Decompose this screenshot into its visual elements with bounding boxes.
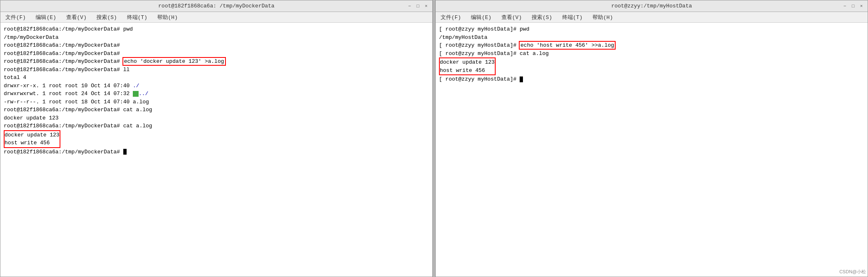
right-menu-view[interactable]: 查看(V) — [500, 13, 523, 22]
left-menu-search[interactable]: 搜索(S) — [95, 13, 118, 22]
right-line-2: /tmp/myHostData — [439, 33, 864, 42]
right-minimize-button[interactable]: − — [842, 3, 848, 9]
left-prompt-final: root@182f1868ca6a:/tmp/myDockerData# — [4, 148, 429, 156]
right-line-1: [ root@zzyy myHostData]# pwd — [439, 25, 864, 33]
left-menu-file[interactable]: 文件(F) — [4, 13, 27, 22]
left-line-dir1: drwxr-xr-x. 1 root root 10 Oct 14 07:40 … — [4, 82, 429, 90]
right-terminal-body[interactable]: [ root@zzyy myHostData]# pwd /tmp/myHost… — [436, 23, 868, 277]
green-dot-icon — [133, 91, 139, 97]
left-menu-edit[interactable]: 编辑(E) — [34, 13, 58, 22]
left-terminal: root@182f1868ca6a: /tmp/myDockerData − □… — [0, 0, 433, 277]
right-menu-terminal[interactable]: 终端(T) — [561, 13, 584, 22]
right-cat-line1: docker update 123 — [440, 58, 495, 67]
left-cat1-cmd: root@182f1868ca6a:/tmp/myDockerData# cat… — [4, 106, 429, 114]
left-line-ll: root@182f1868ca6a:/tmp/myDockerData# ll — [4, 66, 429, 74]
right-menu-file[interactable]: 文件(F) — [439, 13, 463, 22]
right-echo-prefix: [ root@zzyy myHostData]# — [439, 42, 520, 48]
right-echo-command: echo 'host write 456' >>a.log — [520, 42, 615, 49]
right-menu-bar: 文件(F) 编辑(E) 查看(V) 搜索(S) 终端(T) 帮助(H) — [436, 12, 868, 23]
right-cat-output-box: docker update 123 host write 456 — [439, 57, 496, 75]
right-title-bar: root@zzyy:/tmp/myHostData − □ × — [436, 0, 868, 12]
left-window-controls[interactable]: − □ × — [407, 3, 429, 9]
left-cat2-output-box: docker update 123 host write 456 — [4, 130, 60, 148]
left-line-1: root@182f1868ca6a:/tmp/myDockerData# pwd — [4, 25, 429, 33]
left-terminal-body[interactable]: root@182f1868ca6a:/tmp/myDockerData# pwd… — [0, 23, 432, 277]
right-maximize-button[interactable]: □ — [850, 3, 856, 9]
left-cat2-cmd: root@182f1868ca6a:/tmp/myDockerData# cat… — [4, 122, 429, 130]
left-menu-view[interactable]: 查看(V) — [65, 13, 88, 22]
right-cursor — [520, 76, 523, 82]
left-line-2: /tmp/myDockerData — [4, 33, 429, 42]
right-close-button[interactable]: × — [858, 3, 864, 9]
left-line-3: root@182f1868ca6a:/tmp/myDockerData# — [4, 41, 429, 50]
left-line-4: root@182f1868ca6a:/tmp/myDockerData# — [4, 50, 429, 58]
watermark: CSDN@小松 — [839, 268, 866, 275]
left-menu-help[interactable]: 帮助(H) — [156, 13, 179, 22]
left-echo-line: root@182f1868ca6a:/tmp/myDockerData# ech… — [4, 57, 429, 66]
right-menu-search[interactable]: 搜索(S) — [530, 13, 554, 22]
left-line-dir2: drwxrwxrwt. 1 root root 24 Oct 14 07:32 … — [4, 90, 429, 98]
right-menu-edit[interactable]: 编辑(E) — [469, 13, 493, 22]
right-menu-help[interactable]: 帮助(H) — [591, 13, 614, 22]
left-close-button[interactable]: × — [423, 3, 429, 9]
right-cat-cmd: [ root@zzyy myHostData]# cat a.log — [439, 50, 864, 58]
left-menu-bar: 文件(F) 编辑(E) 查看(V) 搜索(S) 终端(T) 帮助(H) — [0, 12, 432, 23]
left-cat2-line1: docker update 123 — [5, 131, 60, 139]
left-cat2-line2: host write 456 — [5, 139, 60, 147]
left-line-total: total 4 — [4, 74, 429, 82]
left-cursor — [123, 149, 127, 155]
left-echo-prefix: root@182f1868ca6a:/tmp/myDockerData# — [4, 58, 123, 64]
left-cat1-out: docker update 123 — [4, 114, 429, 122]
right-echo-line: [ root@zzyy myHostData]# echo 'host writ… — [439, 41, 864, 50]
left-minimize-button[interactable]: − — [407, 3, 412, 9]
left-menu-terminal[interactable]: 终端(T) — [125, 13, 149, 22]
right-terminal: root@zzyy:/tmp/myHostData − □ × 文件(F) 编辑… — [435, 0, 868, 277]
left-title: root@182f1868ca6a: /tmp/myDockerData — [158, 3, 275, 9]
left-line-alog: -rw-r--r--. 1 root root 18 Oct 14 07:40 … — [4, 98, 429, 106]
left-maximize-button[interactable]: □ — [415, 3, 421, 9]
right-prompt-final: [ root@zzyy myHostData]# — [439, 75, 864, 84]
left-echo-command: echo 'docker update 123' >a.log — [123, 58, 225, 65]
right-window-controls[interactable]: − □ × — [842, 3, 864, 9]
left-title-bar: root@182f1868ca6a: /tmp/myDockerData − □… — [0, 0, 432, 12]
right-title: root@zzyy:/tmp/myHostData — [611, 3, 692, 9]
right-cat-line2: host write 456 — [440, 67, 495, 75]
